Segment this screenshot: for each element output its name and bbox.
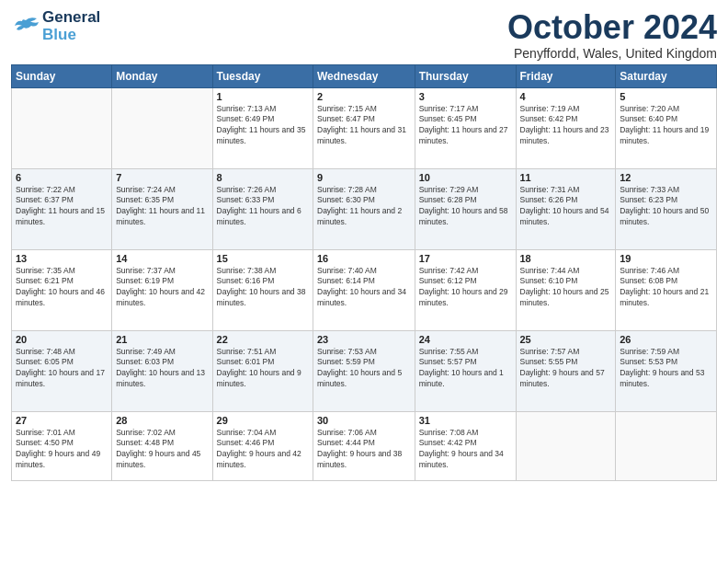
col-tuesday: Tuesday (212, 64, 313, 87)
table-row: 18Sunrise: 7:44 AMSunset: 6:10 PMDayligh… (516, 249, 616, 330)
table-row (516, 411, 616, 480)
table-row: 4Sunrise: 7:19 AMSunset: 6:42 PMDaylight… (516, 87, 616, 168)
table-row (616, 411, 717, 480)
table-row: 11Sunrise: 7:31 AMSunset: 6:26 PMDayligh… (516, 168, 616, 249)
col-friday: Friday (516, 64, 616, 87)
table-row: 30Sunrise: 7:06 AMSunset: 4:44 PMDayligh… (313, 411, 415, 480)
col-monday: Monday (112, 64, 212, 87)
col-thursday: Thursday (415, 64, 516, 87)
table-row: 19Sunrise: 7:46 AMSunset: 6:08 PMDayligh… (616, 249, 717, 330)
main-container: General Blue October 2024 Penyffordd, Wa… (0, 0, 728, 488)
logo: General Blue (11, 9, 100, 43)
table-row: 1Sunrise: 7:13 AMSunset: 6:49 PMDaylight… (212, 87, 313, 168)
table-row: 25Sunrise: 7:57 AMSunset: 5:55 PMDayligh… (516, 330, 616, 411)
table-row: 23Sunrise: 7:53 AMSunset: 5:59 PMDayligh… (313, 330, 415, 411)
table-row: 15Sunrise: 7:38 AMSunset: 6:16 PMDayligh… (212, 249, 313, 330)
calendar-body: 1Sunrise: 7:13 AMSunset: 6:49 PMDaylight… (12, 87, 717, 480)
table-row: 8Sunrise: 7:26 AMSunset: 6:33 PMDaylight… (212, 168, 313, 249)
table-row (112, 87, 212, 168)
table-row: 12Sunrise: 7:33 AMSunset: 6:23 PMDayligh… (616, 168, 717, 249)
table-row: 24Sunrise: 7:55 AMSunset: 5:57 PMDayligh… (415, 330, 516, 411)
table-row: 16Sunrise: 7:40 AMSunset: 6:14 PMDayligh… (313, 249, 415, 330)
table-row: 17Sunrise: 7:42 AMSunset: 6:12 PMDayligh… (415, 249, 516, 330)
table-row: 26Sunrise: 7:59 AMSunset: 5:53 PMDayligh… (616, 330, 717, 411)
col-saturday: Saturday (616, 64, 717, 87)
table-row: 28Sunrise: 7:02 AMSunset: 4:48 PMDayligh… (112, 411, 212, 480)
col-sunday: Sunday (12, 64, 112, 87)
month-title: October 2024 (507, 9, 717, 46)
table-row (12, 87, 112, 168)
table-row: 27Sunrise: 7:01 AMSunset: 4:50 PMDayligh… (12, 411, 112, 480)
table-row: 2Sunrise: 7:15 AMSunset: 6:47 PMDaylight… (313, 87, 415, 168)
logo-bird-icon (11, 17, 40, 37)
calendar-table: Sunday Monday Tuesday Wednesday Thursday… (11, 64, 717, 481)
table-row: 29Sunrise: 7:04 AMSunset: 4:46 PMDayligh… (212, 411, 313, 480)
table-row: 3Sunrise: 7:17 AMSunset: 6:45 PMDaylight… (415, 87, 516, 168)
table-row: 20Sunrise: 7:48 AMSunset: 6:05 PMDayligh… (12, 330, 112, 411)
title-block: October 2024 Penyffordd, Wales, United K… (507, 9, 717, 61)
table-row: 5Sunrise: 7:20 AMSunset: 6:40 PMDaylight… (616, 87, 717, 168)
table-row: 9Sunrise: 7:28 AMSunset: 6:30 PMDaylight… (313, 168, 415, 249)
header: General Blue October 2024 Penyffordd, Wa… (11, 9, 717, 61)
table-row: 10Sunrise: 7:29 AMSunset: 6:28 PMDayligh… (415, 168, 516, 249)
table-row: 22Sunrise: 7:51 AMSunset: 6:01 PMDayligh… (212, 330, 313, 411)
table-row: 14Sunrise: 7:37 AMSunset: 6:19 PMDayligh… (112, 249, 212, 330)
table-row: 31Sunrise: 7:08 AMSunset: 4:42 PMDayligh… (415, 411, 516, 480)
location: Penyffordd, Wales, United Kingdom (507, 46, 717, 61)
table-row: 21Sunrise: 7:49 AMSunset: 6:03 PMDayligh… (112, 330, 212, 411)
col-wednesday: Wednesday (313, 64, 415, 87)
logo-text-blue: Blue (42, 27, 100, 44)
table-row: 7Sunrise: 7:24 AMSunset: 6:35 PMDaylight… (112, 168, 212, 249)
logo-text-general: General (42, 9, 100, 27)
table-row: 13Sunrise: 7:35 AMSunset: 6:21 PMDayligh… (12, 249, 112, 330)
table-row: 6Sunrise: 7:22 AMSunset: 6:37 PMDaylight… (12, 168, 112, 249)
calendar-header-row: Sunday Monday Tuesday Wednesday Thursday… (12, 64, 717, 87)
